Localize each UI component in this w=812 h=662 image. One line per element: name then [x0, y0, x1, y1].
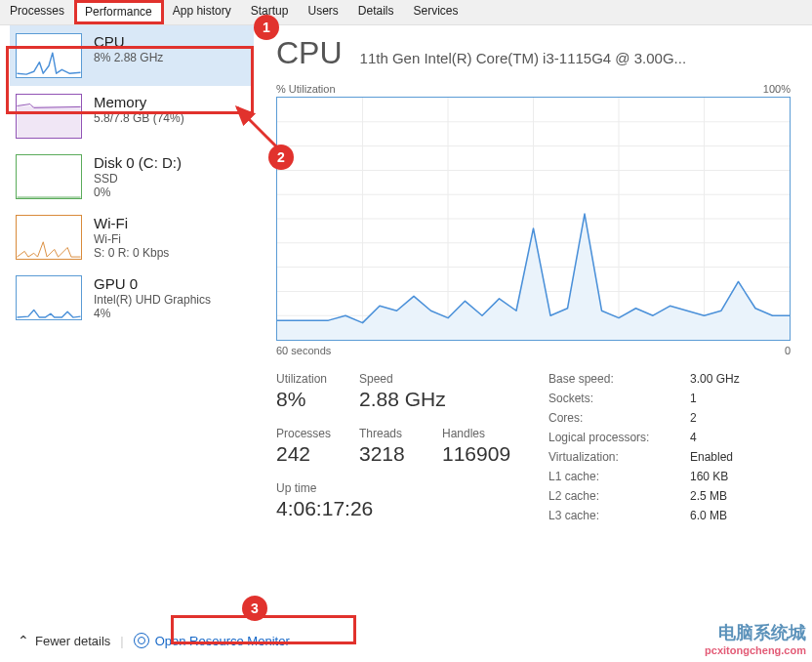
sidebar-item-gpu[interactable]: GPU 0 Intel(R) UHD Graphics 4% — [10, 268, 254, 328]
cpu-thumb — [16, 33, 82, 78]
tab-details[interactable]: Details — [348, 0, 404, 24]
info-row: Sockets:1 — [548, 392, 791, 405]
resmon-label: Open Resource Monitor — [155, 634, 290, 648]
svg-marker-15 — [277, 214, 790, 340]
gpu-thumb — [16, 275, 82, 320]
svg-rect-0 — [17, 105, 80, 138]
info-row: Logical processors:4 — [548, 431, 791, 444]
info-row: Virtualization:Enabled — [548, 450, 791, 464]
threads-lbl: Threads — [359, 427, 442, 440]
info-val: 2 — [690, 411, 697, 425]
chart-label-tl: % Utilization — [276, 83, 336, 95]
wifi-thumb — [16, 215, 82, 260]
footer: Fewer details | Open Resource Monitor — [0, 627, 812, 654]
disk-sub1: SSD — [94, 172, 182, 186]
cpu-sub: 8% 2.88 GHz — [94, 51, 163, 64]
gpu-sub2: 4% — [94, 307, 211, 320]
info-row: L1 cache:160 KB — [548, 470, 791, 483]
open-resource-monitor-link[interactable]: Open Resource Monitor — [134, 633, 290, 648]
uptime-val: 4:06:17:26 — [276, 497, 510, 520]
info-list: Base speed:3.00 GHzSockets:1Cores:2Logic… — [548, 372, 791, 536]
chart-label-br: 0 — [785, 345, 791, 356]
cpu-title: CPU — [94, 33, 163, 50]
wifi-sub1: Wi-Fi — [94, 232, 169, 246]
sidebar-item-wifi[interactable]: Wi-Fi Wi-Fi S: 0 R: 0 Kbps — [10, 207, 254, 268]
tab-startup[interactable]: Startup — [241, 0, 299, 24]
info-row: Cores:2 — [548, 411, 791, 425]
cpu-chart[interactable] — [276, 97, 791, 341]
info-val: 6.0 MB — [690, 509, 727, 522]
gpu-sub1: Intel(R) UHD Graphics — [94, 293, 211, 307]
tab-app-history[interactable]: App history — [163, 0, 241, 24]
info-val: 160 KB — [690, 470, 728, 483]
info-val: 1 — [690, 392, 697, 405]
tab-services[interactable]: Services — [404, 0, 468, 24]
disk-title: Disk 0 (C: D:) — [94, 154, 182, 171]
handles-lbl: Handles — [442, 427, 525, 440]
disk-sub2: 0% — [94, 186, 182, 199]
proc-val: 242 — [276, 442, 359, 466]
memory-thumb — [16, 94, 82, 139]
uptime-lbl: Up time — [276, 481, 510, 495]
tab-users[interactable]: Users — [298, 0, 347, 24]
speed-val: 2.88 GHz — [359, 388, 515, 411]
info-key: Sockets: — [548, 392, 690, 405]
wifi-title: Wi-Fi — [94, 215, 169, 231]
cpu-model: 11th Gen Intel(R) Core(TM) i3-1115G4 @ 3… — [360, 50, 791, 66]
info-row: L3 cache:6.0 MB — [548, 509, 791, 522]
info-key: Cores: — [548, 411, 690, 425]
tab-bar: Processes Performance App history Startu… — [0, 0, 812, 25]
util-lbl: Utilization — [276, 372, 359, 386]
monitor-icon — [134, 633, 149, 648]
info-key: Base speed: — [548, 372, 690, 386]
info-key: L2 cache: — [548, 489, 690, 503]
sidebar-item-memory[interactable]: Memory 5.8/7.8 GB (74%) — [10, 86, 254, 146]
info-key: Logical processors: — [548, 431, 690, 444]
tab-processes[interactable]: Processes — [0, 0, 74, 24]
disk-thumb — [16, 154, 82, 199]
util-val: 8% — [276, 388, 359, 411]
sidebar-item-disk[interactable]: Disk 0 (C: D:) SSD 0% — [10, 146, 254, 207]
info-val: 4 — [690, 431, 697, 444]
threads-val: 3218 — [359, 442, 442, 466]
fewer-details-label: Fewer details — [35, 634, 110, 648]
info-val: Enabled — [690, 450, 733, 464]
wifi-sub2: S: 0 R: 0 Kbps — [94, 246, 169, 260]
speed-lbl: Speed — [359, 372, 515, 386]
info-val: 2.5 MB — [690, 489, 727, 503]
info-val: 3.00 GHz — [690, 372, 740, 386]
info-key: Virtualization: — [548, 450, 690, 464]
sidebar: CPU 8% 2.88 GHz Memory 5.8/7.8 GB (74%) … — [0, 25, 259, 623]
memory-title: Memory — [94, 94, 184, 110]
chart-label-tr: 100% — [763, 83, 791, 95]
page-title: CPU — [276, 35, 343, 71]
chart-label-bl: 60 seconds — [276, 345, 331, 356]
memory-sub: 5.8/7.8 GB (74%) — [94, 111, 184, 125]
proc-lbl: Processes — [276, 427, 359, 440]
tab-performance[interactable]: Performance — [74, 0, 163, 24]
chevron-up-icon — [18, 633, 29, 648]
sidebar-item-cpu[interactable]: CPU 8% 2.88 GHz — [10, 25, 254, 86]
info-key: L3 cache: — [548, 509, 690, 522]
fewer-details-link[interactable]: Fewer details — [18, 633, 110, 648]
info-key: L1 cache: — [548, 470, 690, 483]
handles-val: 116909 — [442, 442, 525, 466]
content-panel: CPU 11th Gen Intel(R) Core(TM) i3-1115G4… — [259, 25, 812, 623]
info-row: Base speed:3.00 GHz — [548, 372, 791, 386]
info-row: L2 cache:2.5 MB — [548, 489, 791, 503]
footer-divider: | — [120, 634, 123, 648]
gpu-title: GPU 0 — [94, 275, 211, 292]
